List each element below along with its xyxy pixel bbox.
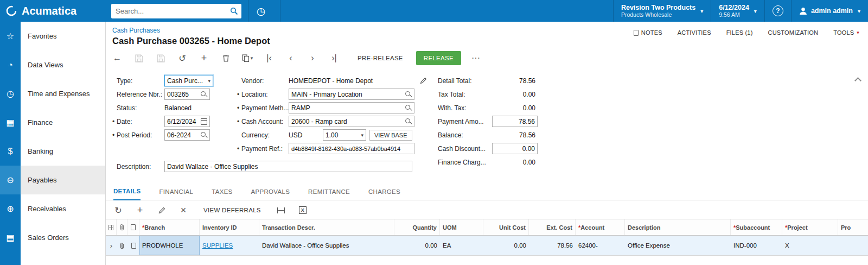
currency-code-value[interactable]: USD bbox=[289, 131, 323, 139]
breadcrumb[interactable]: Cash Purchases bbox=[112, 27, 160, 34]
help-button[interactable]: ? bbox=[764, 0, 791, 22]
cell-uom[interactable]: EA bbox=[440, 236, 483, 255]
delete-row-button[interactable]: × bbox=[176, 203, 190, 217]
cell-branch[interactable]: PRODWHOLE bbox=[139, 236, 200, 255]
customization-button[interactable]: CUSTOMIZATION bbox=[768, 29, 819, 36]
save-close-button[interactable] bbox=[132, 51, 146, 65]
files-button[interactable]: FILES (1) bbox=[726, 29, 753, 36]
tab-approvals[interactable]: APPROVALS bbox=[251, 188, 290, 200]
view-deferrals-button[interactable]: VIEW DEFERRALS bbox=[198, 204, 266, 217]
sidebar-item-finance[interactable]: ▦ Finance bbox=[0, 108, 105, 137]
description-field[interactable] bbox=[164, 161, 412, 172]
first-record-button[interactable]: |‹ bbox=[262, 51, 276, 65]
copy-paste-button[interactable]: ▾ bbox=[240, 51, 254, 65]
lookup-magnifier-icon[interactable] bbox=[405, 104, 412, 111]
lookup-magnifier-icon[interactable] bbox=[405, 118, 412, 125]
edit-vendor-pencil-icon[interactable] bbox=[420, 77, 427, 84]
notes-column-header[interactable] bbox=[127, 219, 139, 235]
app-brand[interactable]: Acumatica bbox=[0, 5, 106, 17]
lookup-magnifier-icon[interactable] bbox=[200, 131, 207, 138]
search-icon[interactable] bbox=[230, 7, 238, 15]
user-menu[interactable]: admin admin ▾ bbox=[791, 0, 868, 22]
grid-row[interactable]: › PRODWHOLE SUPPLIES David Wallace - Off… bbox=[106, 236, 868, 256]
vendor-value[interactable]: HOMEDEPOT - Home Depot bbox=[289, 77, 414, 85]
type-select[interactable]: ▾ bbox=[164, 75, 213, 86]
last-record-button[interactable]: ›| bbox=[327, 51, 341, 65]
activities-button[interactable]: ACTIVITIES bbox=[678, 29, 711, 36]
date-field[interactable] bbox=[164, 116, 210, 127]
add-row-button[interactable]: + bbox=[133, 203, 147, 217]
export-excel-button[interactable]: X bbox=[296, 203, 310, 217]
row-note-button[interactable] bbox=[127, 236, 139, 255]
payment-amount-field[interactable] bbox=[492, 116, 538, 127]
cell-ext-cost[interactable]: 78.56 bbox=[529, 236, 576, 255]
cell-pro-truncated[interactable] bbox=[838, 236, 868, 255]
cell-subaccount[interactable]: IND-000 bbox=[731, 236, 782, 255]
post-period-field[interactable] bbox=[164, 129, 210, 141]
cell-account[interactable]: 62400- bbox=[576, 236, 625, 255]
tab-financial[interactable]: FINANCIAL bbox=[159, 188, 193, 200]
cell-inventory-id-link[interactable]: SUPPLIES bbox=[200, 236, 259, 255]
more-actions-button[interactable]: ··· bbox=[469, 51, 483, 65]
next-record-button[interactable]: › bbox=[305, 51, 320, 65]
cell-transaction-descr[interactable]: David Wallace - Office Supplies bbox=[259, 236, 394, 255]
cash-discount-field[interactable] bbox=[492, 143, 538, 154]
search-input[interactable] bbox=[116, 7, 230, 15]
release-button[interactable]: RELEASE bbox=[416, 51, 461, 65]
notes-button[interactable]: NOTES bbox=[634, 29, 662, 36]
tab-details[interactable]: DETAILS bbox=[113, 188, 141, 200]
cash-account-field[interactable] bbox=[289, 116, 414, 127]
date-time-selector[interactable]: 6/12/2024 9:56 AM ▾ bbox=[711, 0, 764, 22]
column-header-account[interactable]: *Account bbox=[576, 219, 625, 235]
lookup-magnifier-icon[interactable] bbox=[200, 91, 207, 98]
sidebar-item-payables[interactable]: ⊖ Payables bbox=[0, 166, 105, 194]
sidebar-item-time-and-expenses[interactable]: ◷ Time and Expenses bbox=[0, 79, 105, 108]
attachments-column-header[interactable] bbox=[117, 219, 127, 235]
sidebar-item-favorites[interactable]: ☆ Favorites bbox=[0, 22, 105, 51]
column-header-uom[interactable]: UOM bbox=[440, 219, 483, 235]
row-attachments-button[interactable] bbox=[117, 236, 127, 255]
sidebar-item-sales-orders[interactable]: ▤ Sales Orders bbox=[0, 223, 105, 252]
reference-nbr-field[interactable] bbox=[164, 89, 210, 100]
scroll-up-icon[interactable] bbox=[854, 77, 861, 84]
global-search[interactable] bbox=[111, 4, 241, 18]
edit-row-button[interactable] bbox=[155, 203, 169, 217]
column-header-inventory-id[interactable]: Inventory ID bbox=[200, 219, 259, 235]
chevron-down-icon[interactable]: ▾ bbox=[208, 78, 210, 84]
refresh-grid-button[interactable]: ↻ bbox=[111, 203, 125, 217]
payment-ref-field[interactable] bbox=[289, 143, 414, 154]
tab-remittance[interactable]: REMITTANCE bbox=[308, 188, 350, 200]
cell-description[interactable]: Office Expense bbox=[625, 236, 731, 255]
cell-quantity[interactable]: 0.00 bbox=[394, 236, 440, 255]
payment-method-field[interactable] bbox=[289, 102, 414, 113]
column-header-pro-truncated[interactable]: Pro bbox=[838, 219, 868, 235]
tab-taxes[interactable]: TAXES bbox=[212, 188, 232, 200]
business-date-button[interactable]: ◷ bbox=[248, 5, 273, 17]
company-selector[interactable]: Revision Two Products Products Wholesale… bbox=[613, 0, 711, 22]
column-header-unit-cost[interactable]: Unit Cost bbox=[483, 219, 529, 235]
column-header-quantity[interactable]: Quantity bbox=[394, 219, 440, 235]
column-header-description[interactable]: Description bbox=[625, 219, 731, 235]
pre-release-button[interactable]: PRE-RELEASE bbox=[352, 52, 409, 65]
add-new-record-button[interactable]: + bbox=[197, 51, 211, 65]
lookup-magnifier-icon[interactable] bbox=[405, 91, 412, 98]
view-base-button[interactable]: VIEW BASE bbox=[369, 130, 412, 141]
delete-record-button[interactable] bbox=[219, 51, 233, 65]
cancel-undo-button[interactable]: ↺ bbox=[175, 51, 189, 65]
sidebar-item-data-views[interactable]: ◔ Data Views bbox=[0, 51, 105, 79]
column-header-subaccount[interactable]: *Subaccount bbox=[731, 219, 782, 235]
sidebar-item-banking[interactable]: $ Banking bbox=[0, 137, 105, 166]
column-header-transaction-descr[interactable]: Transaction Descr. bbox=[259, 219, 394, 235]
column-header-ext-cost[interactable]: Ext. Cost bbox=[529, 219, 576, 235]
column-header-project[interactable]: *Project bbox=[782, 219, 838, 235]
back-button[interactable]: ← bbox=[110, 51, 124, 65]
location-field[interactable] bbox=[289, 89, 414, 100]
cell-unit-cost[interactable]: 0.00 bbox=[483, 236, 529, 255]
expand-row-button[interactable]: › bbox=[106, 236, 117, 255]
calendar-icon[interactable] bbox=[201, 118, 207, 125]
currency-rate-field[interactable]: ▾ bbox=[323, 129, 366, 141]
tools-menu-button[interactable]: TOOLS ▾ bbox=[833, 29, 859, 36]
tab-charges[interactable]: CHARGES bbox=[368, 188, 400, 200]
previous-record-button[interactable]: ‹ bbox=[284, 51, 298, 65]
column-config-button[interactable] bbox=[106, 219, 117, 235]
